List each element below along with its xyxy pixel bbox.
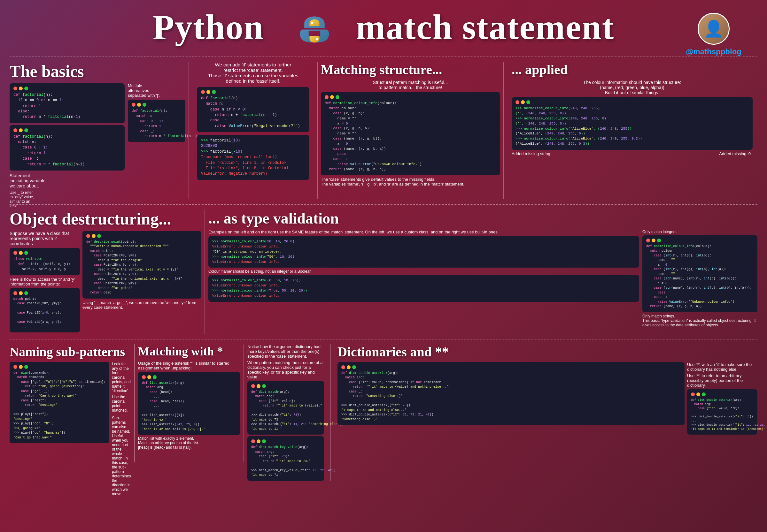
avatar: 👤 [698,13,730,45]
applied-annotation: The colour information should have this … [512,80,753,95]
top-row: The basics def factorial(n): if n == 0 o… [0,60,767,201]
dict-annot-2: When pattern matching the structure of a… [247,360,324,379]
tv-annot-int: Only match integers. [642,230,757,234]
divider-bot [10,339,757,339]
divider-mid-1 [205,209,205,334]
dict-annot-4: Use '**' to refer to an arbitrary (possi… [687,373,757,388]
basics-code-1: def factorial(n): if n == 0 or n == 1: r… [10,83,125,123]
python-logo-icon [299,15,330,47]
dict-annot-1: Notice how the argument dictionary had m… [247,344,324,359]
basics-section: The basics def factorial(n): if n == 0 o… [10,62,185,199]
header: Python match statement 👤 @mathsppblog [0,0,767,53]
guard-annotation: We can add 'if' statements to further re… [197,62,309,84]
tv-annot-3: This basic "type validation" is actually… [642,318,757,327]
ms-annotation: Structural pattern matching is useful...… [321,80,500,90]
applied-code: >>> normalise_colour_info(240, 248, 255)… [512,97,753,150]
bot-row: Naming sub-patterns def play(commands): … [0,343,767,464]
twitter-handle: @mathsppblog [686,47,741,56]
dict-code-2: def dict_match_key_value(arg): match arg… [247,436,324,481]
ns-code-1: def play(commands): match commands: case… [10,362,109,444]
divider-top [10,57,757,57]
dictionaries-section: Notice how the argument dictionary had m… [247,344,757,462]
obj-annot-1: Suppose we have a class that represents … [10,231,80,246]
basics-annotation-2: Use _ to referto "any" value,similar to … [10,190,125,208]
main-title: Python match statement [0,10,767,47]
obj-code-1: class Point2D: def __init__(self, x, y):… [10,248,80,275]
ns-annot-1: Look for any of the four cardinal points… [112,362,131,393]
divider-bot-1 [134,344,135,462]
basics-title: The basics [10,62,185,81]
divider-bot-2 [244,344,244,462]
tv-annot-2: Colour 'name' should be a string, not an… [209,269,639,274]
dict-code-1: def dict_match(arg): match arg: case {"i… [247,381,324,435]
type-validation-title: ... as type validation [209,209,757,227]
obj-code-2: match point: case Point2D(x=x, y=y): ...… [10,288,80,333]
dict-title: Dictionaries and ** [338,344,757,360]
ns-annot-3: Sub-patterns can also be named. Useful w… [112,416,131,496]
guard-code-1: def factorial(n): match n: case n if n <… [197,87,309,132]
svg-point-0 [311,22,313,24]
ns-annot-2: Use the cardinal point matched. [112,395,131,413]
tv-code-1: >>> normalise_colour_info(50, 10, 26.0) … [209,236,639,268]
matching-structure-title: Matching structure... [321,62,500,77]
applied-note-1: Added missing string. [512,151,551,156]
applied-section: ... applied The colour information shoul… [507,62,757,199]
obj-destructuring-title: Object destructuring... [10,209,201,228]
divider-3 [503,62,504,199]
guard-code-2: >>> factorial(10) 3628800 >>> factorial(… [197,135,309,180]
guard-section: We can add 'if' statements to further re… [193,62,314,199]
matching-star-section: Matching with * Usage of the single aste… [138,344,240,462]
tv-code-3: def normalise_colour_info(colour): match… [642,235,757,312]
dict-annot-3: Use '**' with an 'if' to make sure the d… [687,362,757,372]
type-validation-section: ... as type validation Examples on the l… [209,209,757,334]
divider-2 [317,62,318,199]
ms-code: def normalise_colour_info(colour): match… [321,92,500,175]
matching-structure-section: Matching structure... Structural pattern… [321,62,500,199]
dict-code-3: def dict_double_asterisk(arg): match arg… [338,362,685,425]
divider-bot-3 [330,344,331,481]
dict-code-4: def dict_double_asterisk(arg): match arg… [687,389,757,435]
ms-annotation-3: The variables 'name', 'r', 'g', 'b', and… [321,182,500,186]
naming-subpatterns-section: Naming sub-patterns def play(commands): … [10,344,131,462]
divider-1 [188,62,189,199]
tv-annot-str: Only match strings. [642,314,757,318]
ms-annotation-2: The 'case' statements give default value… [321,177,500,182]
obj-annot-3: Using '__match_args__', we can remove th… [82,300,201,310]
naming-subpatterns-title: Naming sub-patterns [10,344,131,359]
matching-star-title: Matching with * [138,344,240,358]
obj-code-3: def describe_point(point): """Write a hu… [82,231,201,299]
mid-row: Object destructuring... Suppose we have … [0,208,767,336]
svg-point-1 [316,38,318,40]
star-annot-2: Match list with exactly 1 element. Match… [138,436,240,450]
tv-annot-1: Examples on the left and on the right us… [209,230,639,234]
obj-destructuring-section: Object destructuring... Suppose we have … [10,209,201,334]
basics-annotation-1: Statementindicating variablewe care abou… [10,173,125,188]
basics-code-2: def factorial(n): match n: case 0 | 1: r… [10,125,125,171]
applied-title: ... applied [512,62,753,77]
star-annot-1: Usage of the single asterisk '*' is simi… [138,361,240,370]
twitter-badge: 👤 @mathsppblog [686,13,741,56]
basics-annotation-multi: Multiplealternativesseparated with '|'. [128,83,185,98]
star-code-1: def list_asterisk(arg): match arg: case … [138,372,240,435]
tv-code-2: >>> normalise_colour_info((0, 50, 10, 26… [209,275,639,302]
basics-code-3: def factorial(n): match n: case 0 | 1: r… [128,100,185,142]
applied-note-2: Added missing '0'. [719,151,753,156]
obj-annot-2: Here is how to access the 'x' and 'y' in… [10,277,80,286]
